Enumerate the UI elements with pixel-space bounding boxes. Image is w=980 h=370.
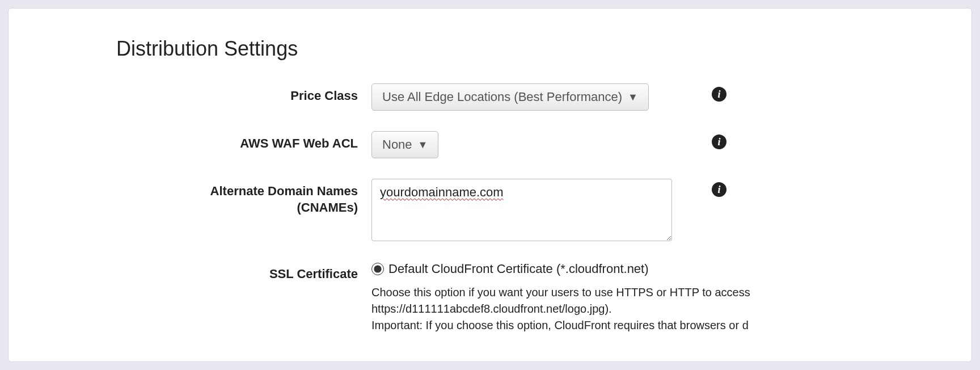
info-icon[interactable]: i <box>712 134 726 149</box>
row-price-class: Price Class Use All Edge Locations (Best… <box>122 83 960 111</box>
info-icon[interactable]: i <box>712 87 726 102</box>
page-title: Distribution Settings <box>116 37 960 61</box>
waf-acl-selected: None <box>382 137 412 152</box>
label-price-class: Price Class <box>122 83 371 104</box>
waf-acl-dropdown[interactable]: None ▼ <box>371 131 438 158</box>
row-ssl-certificate: SSL Certificate Default CloudFront Certi… <box>122 262 960 334</box>
row-cnames: Alternate Domain Names (CNAMEs) i <box>122 179 960 241</box>
ssl-default-radio[interactable] <box>371 263 384 275</box>
label-ssl-certificate: SSL Certificate <box>122 262 371 283</box>
cnames-input[interactable] <box>371 179 672 241</box>
distribution-settings-panel: Distribution Settings Price Class Use Al… <box>8 8 972 362</box>
ssl-default-option[interactable]: Default CloudFront Certificate (*.cloudf… <box>371 262 960 276</box>
price-class-dropdown[interactable]: Use All Edge Locations (Best Performance… <box>371 83 649 111</box>
info-icon[interactable]: i <box>712 182 726 197</box>
label-cnames: Alternate Domain Names (CNAMEs) <box>122 179 371 216</box>
chevron-down-icon: ▼ <box>418 139 428 151</box>
ssl-default-label: Default CloudFront Certificate (*.cloudf… <box>388 262 649 276</box>
chevron-down-icon: ▼ <box>628 91 638 103</box>
price-class-selected: Use All Edge Locations (Best Performance… <box>382 90 622 104</box>
label-waf-acl: AWS WAF Web ACL <box>122 131 371 152</box>
ssl-help-text: Choose this option if you want your user… <box>371 284 825 334</box>
row-waf-acl: AWS WAF Web ACL None ▼ i <box>122 131 960 158</box>
